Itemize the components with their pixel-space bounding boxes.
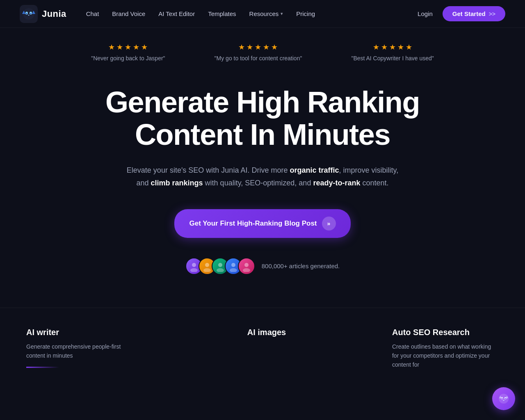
feature-ai-writer: AI writer Generate comprehensive people-… <box>26 328 141 368</box>
svg-point-14 <box>217 268 224 272</box>
svg-point-17 <box>244 263 249 267</box>
login-link[interactable]: Login <box>418 10 433 17</box>
logo-text: Junia <box>42 9 66 19</box>
feature-ai-images: AI images <box>247 328 286 342</box>
stars-3: ★ ★ ★ ★ ★ <box>373 43 412 52</box>
svg-point-15 <box>231 263 235 267</box>
nav-templates[interactable]: Templates <box>208 10 236 17</box>
navbar: Junia Chat Brand Voice AI Text Editor Te… <box>0 0 525 28</box>
chat-bot-button[interactable] <box>492 387 515 410</box>
svg-point-24 <box>502 398 502 399</box>
hero-section: Generate High Ranking Content In Minutes… <box>0 70 525 299</box>
svg-point-18 <box>243 268 250 272</box>
nav-ai-text-editor[interactable]: AI Text Editor <box>158 10 195 17</box>
avatars-group <box>185 258 255 275</box>
stars-1: ★ ★ ★ ★ ★ <box>108 43 148 52</box>
svg-point-19 <box>499 394 509 404</box>
svg-point-12 <box>203 268 211 272</box>
chevron-down-icon: ▾ <box>281 11 283 16</box>
feature-ai-writer-title: AI writer <box>26 328 141 337</box>
review-text-1: "Never going back to Jasper" <box>91 55 165 62</box>
feature-ai-writer-desc: Generate comprehensive people-first cont… <box>26 342 141 361</box>
get-started-button[interactable]: Get Started >> <box>443 6 505 21</box>
nav-chat[interactable]: Chat <box>86 10 99 17</box>
social-count: 800,000+ articles generated. <box>262 262 340 269</box>
nav-links: Chat Brand Voice AI Text Editor Template… <box>86 10 418 17</box>
cta-button[interactable]: Get Your First High-Ranking Blog Post » <box>174 209 350 238</box>
feature-ai-images-title: AI images <box>247 328 286 337</box>
svg-point-8 <box>28 15 30 16</box>
svg-point-16 <box>230 268 237 272</box>
feature-auto-seo-desc: Create outlines based on what working fo… <box>392 342 499 370</box>
svg-point-26 <box>503 400 504 401</box>
svg-point-7 <box>30 13 32 14</box>
nav-brand-voice[interactable]: Brand Voice <box>112 10 145 17</box>
svg-point-9 <box>192 263 196 267</box>
social-proof: 800,000+ articles generated. <box>185 258 340 275</box>
review-item-2: ★ ★ ★ ★ ★ "My go to tool for content cre… <box>215 43 302 62</box>
review-text-3: "Best AI Copywriter I have used" <box>351 55 434 62</box>
feature-underline-1 <box>26 367 59 368</box>
logo[interactable]: Junia <box>20 5 66 23</box>
features-section: AI writer Generate comprehensive people-… <box>0 308 525 370</box>
nav-resources[interactable]: Resources ▾ <box>249 10 283 17</box>
hero-title: Generate High Ranking Content In Minutes <box>78 86 447 151</box>
svg-point-6 <box>26 13 27 14</box>
nav-pricing[interactable]: Pricing <box>296 10 315 17</box>
cta-arrows-icon: » <box>322 217 336 231</box>
feature-auto-seo: Auto SEO Research Create outlines based … <box>392 328 499 370</box>
review-item-3: ★ ★ ★ ★ ★ "Best AI Copywriter I have use… <box>351 43 434 62</box>
nav-right: Login Get Started >> <box>418 6 505 21</box>
svg-point-11 <box>205 263 209 267</box>
svg-point-10 <box>190 268 198 272</box>
stars-2: ★ ★ ★ ★ ★ <box>238 43 278 52</box>
hero-subtitle: Elevate your site's SEO with Junia AI. D… <box>123 164 402 189</box>
review-text-2: "My go to tool for content creation" <box>215 55 302 62</box>
svg-point-25 <box>505 398 506 399</box>
svg-point-13 <box>218 263 222 267</box>
review-item-1: ★ ★ ★ ★ ★ "Never going back to Jasper" <box>91 43 165 62</box>
reviews-strip: ★ ★ ★ ★ ★ "Never going back to Jasper" ★… <box>0 28 525 70</box>
feature-auto-seo-title: Auto SEO Research <box>392 328 499 337</box>
avatar-5 <box>238 258 255 275</box>
get-started-arrows-icon: >> <box>489 11 495 17</box>
